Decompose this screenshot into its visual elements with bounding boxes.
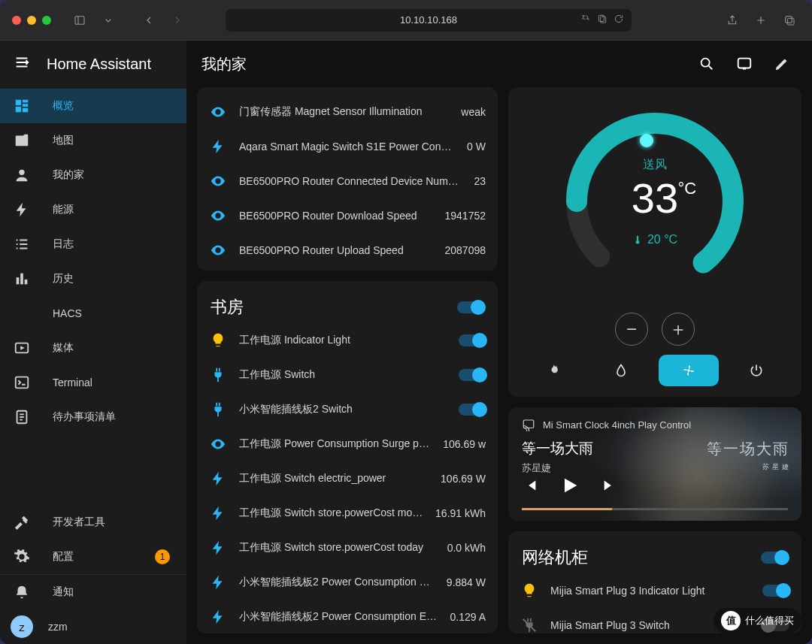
plug-icon (209, 401, 227, 418)
entity-label: 工作电源 Switch (239, 368, 447, 382)
preset-heat[interactable] (523, 355, 583, 386)
reload-icon[interactable] (614, 14, 624, 26)
sidebar-item-notifications[interactable]: 通知 (0, 575, 186, 609)
sidebar-item-hacs[interactable]: HACS (0, 296, 186, 331)
menu-collapse-icon[interactable] (14, 54, 30, 74)
thermostat-target: 33 °C (632, 177, 678, 219)
entity-toggle[interactable] (459, 404, 486, 416)
entity-row[interactable]: BE6500PRO Router Upload Speed2087098 (197, 233, 498, 268)
sidebar-item-logbook[interactable]: 日志 (0, 227, 186, 262)
bolt-icon (209, 540, 227, 556)
forward-icon[interactable] (167, 10, 188, 31)
sidebar-item-label: 日志 (53, 237, 74, 251)
sidebar-item-devtools[interactable]: 开发者工具 (0, 505, 186, 540)
maximize-window-icon[interactable] (42, 16, 51, 25)
hammer-icon (14, 514, 30, 531)
thermostat-dial[interactable]: 送风 33 °C 20 °C (557, 104, 753, 299)
entity-row[interactable]: 小米智能插线板2 Switch (197, 392, 498, 427)
assist-icon[interactable] (729, 49, 759, 79)
entity-row[interactable]: 工作电源 Switch electric_power106.69 W (197, 461, 498, 496)
sidebar-item-settings[interactable]: 配置 1 (0, 540, 186, 574)
media-progress[interactable] (522, 508, 788, 510)
entity-row[interactable]: BE6500PRO Router Connected Device Number… (197, 164, 498, 198)
entity-toggle[interactable] (762, 585, 789, 597)
svg-rect-3 (601, 17, 606, 23)
entity-value: 23 (474, 175, 486, 187)
sidebar-item-map[interactable]: 地图 (0, 123, 186, 158)
entity-row[interactable]: Aqara Smart Magic Switch S1E Power Consu… (197, 129, 498, 164)
svg-rect-13 (20, 274, 23, 285)
entity-row[interactable]: 工作电源 Switch (197, 358, 498, 392)
plug-icon (209, 367, 227, 383)
sidebar-item-terminal[interactable]: Terminal (0, 365, 186, 400)
entity-label: 工作电源 Indicator Light (239, 334, 447, 347)
sidebar: Home Assistant 概览 地图 我的家 能源 (0, 41, 186, 644)
topbar: 我的家 (186, 41, 812, 87)
entity-value: 9.884 W (447, 576, 486, 588)
chevron-down-icon[interactable] (98, 10, 119, 31)
reader-icon[interactable] (597, 14, 607, 26)
sidebar-item-label: 我的家 (53, 168, 84, 182)
entity-row[interactable]: 工作电源 Switch store.powerCost month16.91 k… (197, 496, 498, 531)
study-master-toggle[interactable] (457, 301, 484, 313)
minimize-window-icon[interactable] (27, 16, 36, 25)
settings-badge: 1 (155, 549, 170, 564)
preset-dry[interactable] (591, 355, 651, 386)
sidebar-item-media[interactable]: 媒体 (0, 331, 186, 365)
sidebar-item-user[interactable]: z zzm (0, 609, 186, 644)
cast-icon (522, 418, 535, 431)
entity-row[interactable]: Mijia Smart Plug 3 Indicator Light (508, 573, 801, 608)
eye-icon (209, 173, 227, 189)
svg-rect-10 (23, 108, 28, 113)
translate-icon[interactable] (580, 14, 591, 26)
sidebar-item-todo[interactable]: 待办事项清单 (0, 400, 186, 434)
bulb-icon (520, 582, 538, 599)
temp-up-button[interactable]: ＋ (662, 313, 695, 346)
next-track-icon[interactable] (601, 477, 618, 497)
entity-row[interactable]: 工作电源 Power Consumption Surge pow...106.6… (197, 427, 498, 461)
entity-row[interactable]: 工作电源 Indicator Light (197, 323, 498, 358)
preset-fan[interactable] (659, 355, 719, 386)
prev-track-icon[interactable] (522, 477, 538, 497)
cabinet-master-toggle[interactable] (761, 552, 788, 564)
thermometer-icon (632, 234, 643, 245)
entity-label: 工作电源 Switch store.powerCost today (239, 541, 435, 555)
entity-row[interactable]: 工作电源 Switch store.powerCost today0.0 kWh (197, 531, 498, 565)
svg-rect-5 (787, 18, 794, 25)
todo-icon (14, 409, 30, 425)
share-icon[interactable] (722, 10, 743, 31)
media-card[interactable]: 等一场大雨 苏 星 婕 Mi Smart Clock 4inch Play Co… (508, 407, 801, 521)
sidebar-toggle-icon[interactable] (69, 10, 90, 31)
address-bar[interactable]: 10.10.10.168 (226, 9, 632, 32)
entity-value: 0 W (467, 141, 486, 153)
entity-toggle[interactable] (459, 369, 486, 381)
new-tab-icon[interactable] (750, 10, 771, 31)
close-window-icon[interactable] (12, 16, 21, 25)
edit-icon[interactable] (767, 49, 797, 79)
back-icon[interactable] (138, 10, 159, 31)
card-title: 书房 (211, 296, 244, 319)
entity-row[interactable]: BE6500PRO Router Download Speed1941752 (197, 198, 498, 233)
bulb-icon (209, 332, 227, 349)
entity-toggle[interactable] (459, 334, 486, 346)
sidebar-item-history[interactable]: 历史 (0, 262, 186, 296)
bolt-icon (209, 138, 227, 155)
entity-value: 0.129 A (450, 611, 486, 623)
bolt-icon (14, 201, 30, 218)
sidebar-item-energy[interactable]: 能源 (0, 192, 186, 227)
entity-value: 1941752 (444, 210, 486, 222)
tabs-icon[interactable] (779, 10, 800, 31)
play-icon[interactable] (559, 475, 580, 499)
entity-label: 工作电源 Power Consumption Surge pow... (239, 437, 431, 451)
search-icon[interactable] (692, 49, 722, 79)
entity-row[interactable]: 小米智能插线板2 Power Consumption Ele...9.884 W (197, 565, 498, 600)
temp-down-button[interactable]: − (615, 313, 648, 346)
study-card: 书房 工作电源 Indicator Light工作电源 Switch小米智能插线… (197, 281, 498, 633)
eye-icon (209, 436, 227, 452)
entity-row[interactable]: 门窗传感器 Magnet Sensor Illuminationweak (197, 95, 498, 129)
address-text: 10.10.10.168 (400, 14, 457, 26)
sidebar-item-overview[interactable]: 概览 (0, 89, 186, 123)
sidebar-item-home[interactable]: 我的家 (0, 158, 186, 192)
preset-power[interactable] (726, 355, 786, 386)
entity-row[interactable]: 小米智能插线板2 Power Consumption Elec...0.129 … (197, 600, 498, 633)
